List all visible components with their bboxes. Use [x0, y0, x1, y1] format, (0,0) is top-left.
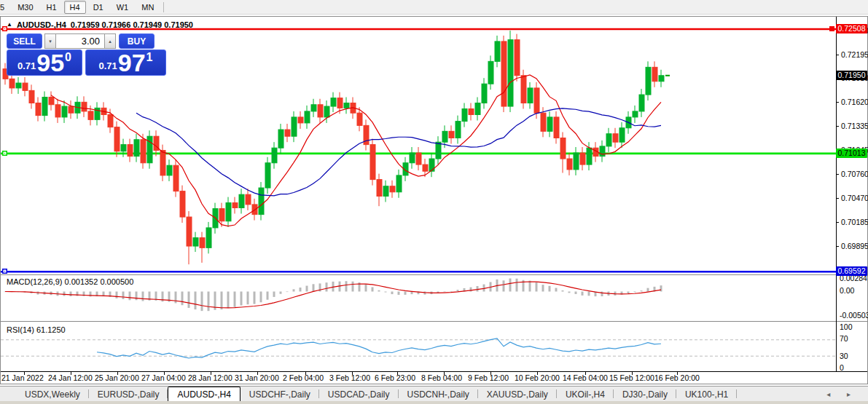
price-tick-label: 0.71335	[841, 122, 867, 130]
timeframe-button-w1[interactable]: W1	[111, 1, 135, 14]
chart-tab-usdx[interactable]: USDX,Weekly	[16, 387, 89, 401]
one-click-toggle-icon[interactable]: ▲	[7, 21, 12, 28]
chart-ohlc-values: 0.71959 0.71966 0.71949 0.71950	[71, 20, 193, 29]
price-tick-label: 0.70185	[841, 218, 867, 226]
volume-stepper: ▾ 3.00 ▴	[44, 33, 116, 49]
sell-price-display[interactable]: 0.71 95 0	[7, 49, 82, 76]
chart-tab-uk100-[interactable]: UK100-,H1	[676, 387, 737, 401]
price-tick-mark	[836, 246, 839, 247]
sell-button[interactable]: SELL	[7, 33, 42, 49]
hline-handle[interactable]	[2, 269, 7, 274]
hline-handle[interactable]	[829, 26, 834, 31]
time-axis-label: 9 Feb 12:00	[468, 373, 509, 382]
time-axis-label: 15 Feb 12:00	[609, 373, 654, 382]
status-strip	[0, 401, 868, 404]
time-axis-label: 21 Jan 2022	[1, 373, 44, 382]
rsi-axis-label: 70	[840, 335, 848, 343]
price-tick-mark	[836, 174, 839, 175]
price-tick-mark	[836, 102, 839, 103]
volume-increase-button[interactable]: ▴	[104, 33, 116, 49]
time-axis-label: 10 Feb 20:00	[515, 373, 560, 382]
timeframe-button-h1[interactable]: H1	[41, 1, 63, 14]
price-badge: 0.72508	[836, 24, 867, 33]
price-tick-label: 0.70760	[841, 170, 867, 178]
buy-price-prefix: 0.71	[98, 61, 117, 71]
timeframe-button-m30[interactable]: M30	[12, 1, 39, 14]
buy-price-display[interactable]: 0.71 97 1	[85, 49, 166, 76]
timeframe-button-h4[interactable]: H4	[64, 1, 86, 14]
rsi-axis-label: 0	[840, 364, 844, 372]
toolbar-separator	[163, 2, 164, 12]
sell-price-prefix: 0.71	[17, 61, 36, 71]
time-axis-label: 27 Jan 04:00	[141, 373, 186, 382]
tab-scroll-arrows[interactable]: ◂ ▸	[826, 390, 858, 398]
price-tick-label: 0.70470	[841, 194, 867, 202]
hline-handle[interactable]	[2, 151, 7, 156]
time-axis-label: 24 Jan 12:00	[48, 373, 93, 382]
price-badge: 0.69592	[836, 266, 867, 276]
price-tick-mark	[836, 126, 839, 127]
chart-tab-audusd-[interactable]: AUDUSD-,H4	[168, 387, 240, 401]
buy-button[interactable]: BUY	[119, 33, 155, 49]
time-axis-label: 16 Feb 20:00	[654, 373, 700, 382]
price-tick-mark	[836, 198, 839, 199]
timeframe-button-d1[interactable]: D1	[87, 1, 109, 14]
chart-symbol-period: AUDUSD-,H4	[17, 20, 66, 29]
sell-price-pipette: 0	[65, 52, 71, 63]
chart-tab-ukoil-[interactable]: UKOil-,H4	[557, 387, 614, 401]
chart-title: ▲ AUDUSD-,H4 0.71959 0.71966 0.71949 0.7…	[7, 20, 193, 29]
timeframe-button-mn[interactable]: MN	[136, 1, 160, 14]
time-axis-label: 25 Jan 20:00	[95, 373, 139, 382]
chart-window: ▲ AUDUSD-,H4 0.71959 0.71966 0.71949 0.7…	[0, 16, 868, 384]
macd-indicator-label: MACD(12,26,9) 0.001352 0.000500	[7, 277, 133, 286]
buy-price-pipette: 1	[146, 52, 153, 63]
rsi-axis-label: 100	[840, 323, 853, 331]
price-tick-label: 0.69895	[841, 242, 867, 250]
time-axis-label: 8 Feb 04:00	[421, 373, 462, 382]
chart-tab-usdcad-[interactable]: USDCAD-,Daily	[319, 387, 399, 401]
time-axis-label: 2 Feb 04:00	[283, 373, 324, 382]
mt-terminal: { "toolbar": { "timeframes": [ {"label":…	[0, 0, 868, 404]
time-axis-label: 3 Feb 12:00	[329, 373, 370, 382]
one-click-trading-panel: SELL ▾ 3.00 ▴ BUY 0.71 95 0 0.71 97 1	[7, 33, 166, 76]
price-badge: 0.71950	[836, 71, 867, 80]
rsi-indicator-label: RSI(14) 61.1250	[7, 325, 66, 334]
chart-tabs-bar: USDX,WeeklyEURUSD-,DailyAUDUSD-,H4USDCHF…	[0, 386, 868, 401]
rsi-axis-label: 30	[840, 352, 848, 360]
buy-price-big-digits: 97	[118, 53, 146, 74]
time-axis-label: 31 Jan 20:00	[235, 373, 279, 382]
chart-tab-usdcnh-[interactable]: USDCNH-,Daily	[399, 387, 478, 401]
macd-axis-label: 0.00	[840, 287, 854, 295]
chart-tab-usdchf-[interactable]: USDCHF-,Daily	[241, 387, 319, 401]
chart-tab-dj30-[interactable]: DJ30-,Daily	[614, 387, 676, 401]
price-badge: 0.71013	[836, 148, 867, 158]
price-tick-label: 0.72195	[841, 51, 867, 59]
time-axis-label: 6 Feb 23:00	[375, 373, 415, 382]
timeframe-toolbar: 5M30H1H4D1W1MN	[0, 0, 868, 15]
chart-tab-xauusd-[interactable]: XAUUSD-,Daily	[478, 387, 557, 401]
time-axis-label: 28 Jan 12:00	[188, 373, 232, 382]
price-tick-label: 0.71620	[841, 98, 867, 106]
macd-axis-label: -0.005032	[840, 312, 868, 320]
price-tick-mark	[836, 55, 839, 55]
price-tick-mark	[836, 222, 839, 223]
chart-tab-eurusd-[interactable]: EURUSD-,Daily	[89, 387, 168, 401]
sell-price-big-digits: 95	[36, 53, 64, 74]
volume-input[interactable]: 3.00	[56, 33, 104, 49]
rsi-line	[97, 338, 661, 358]
macd-axis-label: 0.002841	[840, 274, 868, 282]
volume-decrease-button[interactable]: ▾	[44, 33, 56, 49]
timeframe-button-5[interactable]: 5	[0, 1, 10, 14]
time-axis-label: 14 Feb 04:00	[563, 373, 608, 382]
